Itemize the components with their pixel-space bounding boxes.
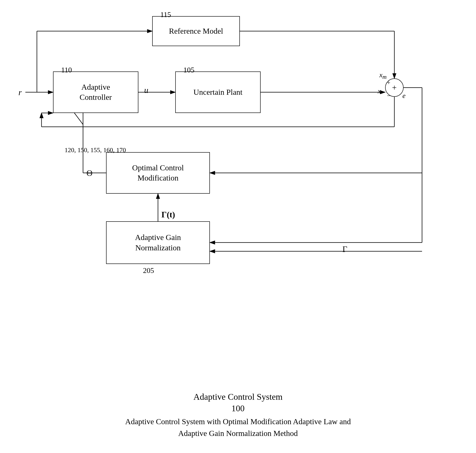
ref-model-number: 115 — [160, 10, 171, 19]
caption-number: 100 — [0, 403, 476, 413]
gamma-label: Γ — [342, 244, 347, 254]
uncertain-plant-block: Uncertain Plant — [175, 71, 261, 113]
r-label: r — [18, 88, 22, 97]
minus-sign: − — [387, 92, 391, 99]
diagram-container: Reference Model 115 AdaptiveController 1… — [18, 9, 457, 389]
diagram-arrows — [18, 9, 457, 389]
optimal-ctrl-number: 120, 150, 155, 160, 170 — [64, 146, 126, 154]
reference-model-label: Reference Model — [169, 26, 223, 36]
caption: Adaptive Control System 100 Adaptive Con… — [0, 392, 476, 439]
adaptive-gain-label: Adaptive GainNormalization — [135, 232, 181, 253]
reference-model-block: Reference Model — [152, 16, 240, 46]
uncertain-plant-number: 105 — [183, 66, 194, 74]
uncertain-plant-label: Uncertain Plant — [193, 87, 242, 97]
adaptive-ctrl-label: AdaptiveController — [79, 82, 112, 102]
adaptive-controller-block: AdaptiveController — [53, 71, 138, 113]
sum-symbol: + — [392, 83, 397, 92]
plus-sign: + — [387, 79, 391, 86]
gamma-t-label: Γ(t) — [161, 210, 175, 219]
caption-subtitle-line2: Adaptive Gain Normalization Method — [178, 429, 298, 438]
optimal-control-block: Optimal ControlModification — [106, 152, 210, 194]
adaptive-gain-number: 205 — [143, 266, 154, 275]
optimal-ctrl-label: Optimal ControlModification — [132, 163, 184, 183]
caption-subtitle-line1: Adaptive Control System with Optimal Mod… — [125, 417, 351, 426]
adaptive-ctrl-number: 110 — [61, 66, 72, 74]
u-label: u — [144, 85, 148, 95]
theta-label: Θ — [86, 168, 92, 178]
adaptive-gain-block: Adaptive GainNormalization — [106, 221, 210, 264]
caption-subtitle: Adaptive Control System with Optimal Mod… — [0, 416, 476, 439]
caption-title: Adaptive Control System — [0, 392, 476, 402]
xm-label: xm — [379, 71, 386, 80]
x-label: x — [378, 87, 381, 95]
e-label: e — [402, 92, 405, 99]
